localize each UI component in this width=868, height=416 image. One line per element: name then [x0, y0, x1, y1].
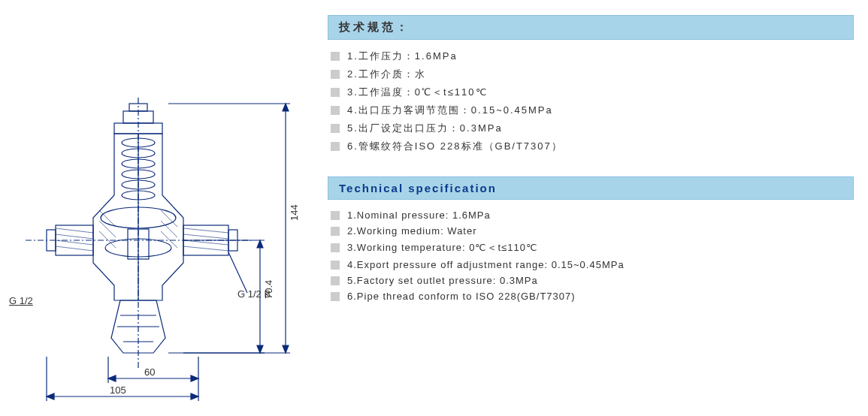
svg-marker-50 [191, 375, 198, 381]
dim-height-total: 144 [289, 204, 300, 221]
spec-text: 4.出口压力客调节范围：0.15~0.45MPa [347, 104, 553, 116]
svg-line-32 [99, 231, 116, 248]
bullet-icon [331, 52, 340, 61]
svg-line-34 [161, 221, 177, 237]
bullet-icon [331, 227, 340, 236]
spec-text: 2.工作介质：水 [347, 68, 426, 80]
spec-list-en: 1.Nominal pressure: 1.6MPa 2.Working med… [328, 207, 854, 304]
spec-text: 6.Pipe thread conform to ISO 228(GB/T730… [347, 291, 576, 302]
spec-item: 3.Working temperature: 0℃＜t≤110℃ [328, 239, 854, 257]
spec-text: 6.管螺纹符合ISO 228标准（GB/T7307） [347, 140, 563, 152]
svg-marker-54 [47, 393, 54, 399]
bullet-icon [331, 243, 340, 252]
spec-text: 1.工作压力：1.6MPa [347, 50, 458, 62]
bullet-icon [331, 70, 340, 79]
spec-item: 6.管螺纹符合ISO 228标准（GB/T7307） [328, 137, 854, 155]
technical-drawing: G 1/2 G 1/2 B 144 70.4 60 105 [11, 98, 308, 413]
dim-width-inner: 60 [144, 366, 155, 378]
spec-text: 3.Working temperature: 0℃＜t≤110℃ [347, 242, 538, 253]
svg-line-33 [161, 210, 177, 227]
bullet-icon [331, 211, 340, 220]
spec-header-en: Technical specification [328, 176, 854, 200]
spec-column: 技术规范： 1.工作压力：1.6MPa 2.工作介质：水 3.工作温度：0℃＜t… [328, 15, 854, 325]
svg-line-18 [56, 240, 93, 245]
bullet-icon [331, 106, 340, 115]
spec-item: 2.Working medium: Water [328, 223, 854, 239]
svg-line-30 [99, 210, 116, 227]
svg-line-25 [183, 246, 228, 251]
spec-header-cn: 技术规范： [328, 15, 854, 40]
spec-text: 3.工作温度：0℃＜t≤110℃ [347, 86, 488, 98]
svg-marker-44 [257, 240, 263, 248]
svg-marker-55 [191, 393, 198, 399]
spec-item: 6.Pipe thread conform to ISO 228(GB/T730… [328, 288, 854, 304]
svg-line-56 [228, 252, 247, 293]
spec-item: 2.工作介质：水 [328, 65, 854, 83]
svg-line-24 [183, 240, 228, 245]
dim-height-lower: 70.4 [263, 280, 274, 299]
spec-text: 4.Export pressure off adjustment range: … [347, 259, 625, 270]
spec-item: 1.工作压力：1.6MPa [328, 47, 854, 65]
spec-item: 4.出口压力客调节范围：0.15~0.45MPa [328, 101, 854, 119]
spec-item: 5.Factory set outlet pressure: 0.3MPa [328, 273, 854, 288]
spec-item: 4.Export pressure off adjustment range: … [328, 257, 854, 273]
svg-line-19 [56, 246, 93, 251]
svg-line-23 [183, 234, 228, 239]
bullet-icon [331, 142, 340, 151]
bullet-icon [331, 261, 340, 270]
bullet-icon [331, 124, 340, 133]
spec-list-cn: 1.工作压力：1.6MPa 2.工作介质：水 3.工作温度：0℃＜t≤110℃ … [328, 47, 854, 155]
bullet-icon [331, 292, 340, 301]
svg-marker-49 [108, 375, 116, 381]
bullet-icon [331, 88, 340, 97]
page-root: G 1/2 G 1/2 B 144 70.4 60 105 技术规范： 1.工作… [0, 0, 868, 416]
spec-item: 1.Nominal pressure: 1.6MPa [328, 207, 854, 223]
bullet-icon [331, 276, 340, 285]
svg-line-22 [183, 228, 228, 233]
svg-line-31 [99, 221, 116, 237]
spec-text: 5.出厂设定出口压力：0.3MPa [347, 122, 503, 134]
spec-text: 1.Nominal pressure: 1.6MPa [347, 210, 491, 221]
dim-width-total: 105 [110, 384, 126, 396]
thread-label-left: G 1/2 [9, 295, 33, 306]
spec-text: 5.Factory set outlet pressure: 0.3MPa [347, 275, 538, 286]
svg-line-16 [56, 228, 93, 233]
spec-item: 3.工作温度：0℃＜t≤110℃ [328, 83, 854, 101]
svg-line-17 [56, 234, 93, 239]
svg-marker-45 [257, 345, 263, 353]
svg-marker-39 [283, 104, 289, 111]
spec-item: 5.出厂设定出口压力：0.3MPa [328, 119, 854, 137]
svg-line-35 [161, 231, 177, 248]
svg-marker-40 [283, 345, 289, 353]
spec-text: 2.Working medium: Water [347, 225, 477, 237]
